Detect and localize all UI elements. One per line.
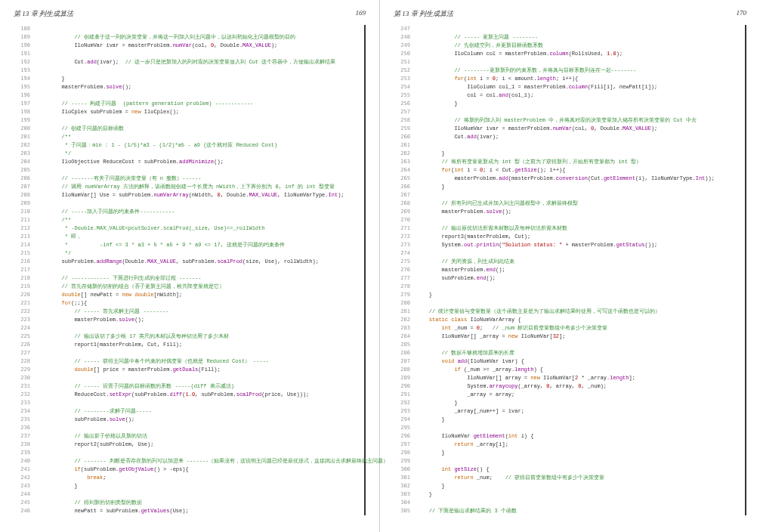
line-number: 222 <box>14 308 36 316</box>
line-number: 294 <box>394 416 416 424</box>
code-content: // --------求解子问题----- <box>36 407 152 416</box>
line-number: 261 <box>394 141 416 150</box>
code-line: 289 IloNumVar[] array = new IloNumVar[2 … <box>394 374 742 382</box>
code-content: * 子问题：min : 1 - (1/5)*a3 - (1/2)*a5 - a9… <box>36 141 277 150</box>
code-line: 198 IloCplex subProblem = new IloCplex()… <box>14 108 361 116</box>
line-number: 219 <box>14 283 36 291</box>
line-number: 224 <box>14 324 36 332</box>
code-line: 213 * 即， <box>14 233 361 241</box>
code-line: 262 } <box>394 150 742 158</box>
code-content: newPatt = subProblem.getValues(Use); <box>36 507 189 515</box>
code-line: 278 <box>394 283 742 291</box>
code-line: 298 } <box>394 449 742 457</box>
code-line: 199 <box>14 116 361 125</box>
code-content: /** <box>36 133 71 141</box>
code-content: } <box>416 100 458 108</box>
line-number: 230 <box>14 374 36 382</box>
line-number: 245 <box>14 499 36 507</box>
line-number: 216 <box>14 258 36 266</box>
code-content: if (_num >= _array.length) { <box>416 366 543 374</box>
line-number: 194 <box>14 75 36 83</box>
line-number: 217 <box>14 266 36 274</box>
code-content: // 将所有变量更新成为 int 型（之前为了获得新列，开始所有变量都为 int… <box>416 158 641 166</box>
code-line: 267 <box>394 191 742 200</box>
code-line: 223 masterProblem.solve(); <box>14 316 361 324</box>
code-line: 287 void add(IloNumVar ivar) { <box>394 357 742 366</box>
line-number: 262 <box>394 150 416 158</box>
line-number: 199 <box>14 116 36 125</box>
line-number: 234 <box>14 407 36 416</box>
code-content: // 所有列均已生成并加入到主问题模型中，求解最终模型 <box>416 200 578 208</box>
code-line: 217 <box>14 266 361 274</box>
code-line: 283 int _num = 0; // _num 标识目前变量数组中有多少个决… <box>394 324 742 332</box>
line-number: 253 <box>394 75 416 83</box>
code-content: * 即， <box>36 233 82 241</box>
code-line: 245 // 得到新的切割类型的数据 <box>14 499 361 507</box>
code-line: 253 for(int i = 0; i < amount.length; i+… <box>394 75 742 83</box>
code-content: subProblem.addRange(Double.MAX_VALUE, su… <box>36 258 319 266</box>
code-content: int getSize() { <box>416 466 490 474</box>
code-line: 230 <box>14 374 361 382</box>
line-number: 259 <box>394 125 416 133</box>
code-line: 271 // 输出最优切法所需木材数以及每种切法所需木材数 <box>394 224 742 233</box>
code-content: _array[_num++] = ivar; <box>416 407 524 416</box>
code-line: 256 } <box>394 100 742 108</box>
line-number: 241 <box>14 466 36 474</box>
line-number: 246 <box>14 507 36 515</box>
code-content: for(;;){ <box>36 299 87 308</box>
line-number: 267 <box>394 191 416 200</box>
line-number: 243 <box>14 482 36 490</box>
line-number: 301 <box>394 474 416 482</box>
line-number: 281 <box>394 308 416 316</box>
code-content: // ----- 构建子问题 (pattern generation probl… <box>36 100 253 108</box>
code-line: 205 <box>14 166 361 175</box>
code-line: 240 // ------- 判断是否存在新的列可以加进来 -------（如果… <box>14 457 361 466</box>
code-content: // ----- 获得主问题中各个约束的对偶变量（也就是 Reduced Cos… <box>36 357 269 366</box>
code-content: void add(IloNumVar ivar) { <box>416 357 524 366</box>
code-line: 197 // ----- 构建子问题 (pattern generation p… <box>14 100 361 108</box>
code-line: 218 // ------------ 下面进行列生成的全部过程 ------- <box>14 274 361 283</box>
code-line: 284 IloNumVar[] _array = new IloNumVar[3… <box>394 332 742 341</box>
code-content: Cut.add(ivar); <box>416 133 499 141</box>
code-line: 255 col = col.and(col_1); <box>394 91 742 100</box>
line-number: 237 <box>14 432 36 441</box>
code-line: 201 /** <box>14 133 361 141</box>
line-number: 269 <box>394 208 416 216</box>
code-content: IloNumVar ivar = masterProblem.numVar(co… <box>416 125 657 133</box>
line-number: 204 <box>14 158 36 166</box>
code-line: 273 System.out.println("Solution status:… <box>394 241 742 249</box>
line-number: 284 <box>394 332 416 341</box>
line-number: 298 <box>394 449 416 457</box>
code-content: // ------- 判断是否存在新的列可以加进来 -------（如果没有，这… <box>36 457 388 466</box>
code-line: 252 // --------更新新列的约束系数，并将其与目标系数列连在一起--… <box>394 66 742 75</box>
code-content: } <box>416 183 445 191</box>
code-body-left: 188189 // 创建基于这一列的决策变量，并将这一列加入到主问题中，以达到初… <box>14 25 366 515</box>
code-line: 212 * -Double.MAX_VALUE<pcutSolver.scalP… <box>14 224 361 233</box>
line-number: 265 <box>394 175 416 183</box>
page-number: 170 <box>737 9 747 19</box>
line-number: 220 <box>14 291 36 299</box>
code-content: } <box>36 482 78 490</box>
code-content: // 输出该切了多少根 17 英尺的木材以及每种切法用了多少木材 <box>36 332 229 341</box>
code-content: masterProblem.add(masterProblem.conversi… <box>416 175 715 183</box>
code-line: 272 report3(masterProblem, Cut); <box>394 233 742 241</box>
code-line: 247 <box>394 25 742 33</box>
code-content: double[] price = masterProblem.getDuals(… <box>36 366 221 374</box>
code-content: // -----加入子问题的约束条件----------- <box>36 208 175 216</box>
code-line: 238 report2(subProblem, Use); <box>14 441 361 449</box>
line-number: 293 <box>394 407 416 416</box>
code-line: 222 // ----- 首先求解主问题 -------- <box>14 308 361 316</box>
code-line: 211 /** <box>14 216 361 224</box>
code-line: 210 // -----加入子问题的约束条件----------- <box>14 208 361 216</box>
line-number: 283 <box>394 324 416 332</box>
code-content: /** <box>36 216 71 224</box>
code-line: 265 masterProblem.add(masterProblem.conv… <box>394 175 742 183</box>
code-line: 259 IloNumVar ivar = masterProblem.numVa… <box>394 125 742 133</box>
code-content: return _num; // 获得目前变量数组中有多少个决策变量 <box>416 474 604 482</box>
code-line: 226 report1(masterProblem, Cut, Fill); <box>14 341 361 349</box>
line-number: 257 <box>394 108 416 116</box>
code-content: // ----- 首先求解主问题 -------- <box>36 308 168 316</box>
line-number: 250 <box>394 50 416 58</box>
line-number: 304 <box>394 499 416 507</box>
line-number: 236 <box>14 424 36 432</box>
